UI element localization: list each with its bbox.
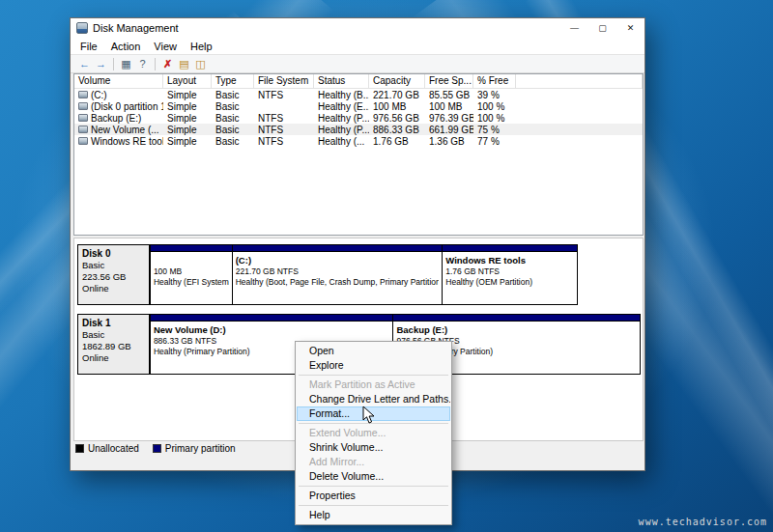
disk0-row: Disk 0 Basic 223.56 GB Online 100 MB Hea… [77,244,578,305]
menu-item-add-mirror: Add Mirror... [297,455,450,469]
table-cell: 77 % [473,136,516,147]
column-header-status[interactable]: Status [314,74,369,88]
table-cell: (C:) [91,90,107,100]
table-cell: Basic [212,125,254,135]
table-cell: 661.99 GB [425,125,473,135]
mouse-cursor-icon [362,406,376,425]
menu-separator [299,486,448,487]
table-cell: Simple [163,125,212,135]
table-cell: 100 % [473,101,516,112]
table-cell: Basic [212,113,254,124]
volume-list: Volume Layout Type File System Status Ca… [73,73,644,236]
column-header-layout[interactable]: Layout [163,74,212,88]
column-header-volume[interactable]: Volume [74,74,163,88]
partition-name: Backup (E:) [396,324,637,335]
disk-size: 1862.89 GB [82,341,145,351]
close-button[interactable]: ✕ [616,18,644,38]
menu-bar: File Action View Help [71,38,644,54]
help-icon[interactable]: ? [134,57,151,71]
partition-status: Healthy (EFI System [154,277,229,287]
legend: Unallocated Primary partition [75,443,236,454]
back-icon[interactable]: ← [76,57,93,71]
column-header-filesystem[interactable]: File System [254,74,314,88]
partition-size: 221.70 GB NTFS [236,266,440,276]
drive-icon [78,91,88,98]
menu-separator [299,505,448,506]
primary-partition-swatch-icon [153,444,161,453]
maximize-button[interactable]: ▢ [588,18,616,38]
table-cell: NTFS [254,136,314,147]
table-cell: Simple [163,90,212,100]
column-header-capacity[interactable]: Capacity [369,74,425,88]
partition-windows-re[interactable]: Windows RE tools 1.76 GB NTFS Healthy (O… [442,245,577,304]
table-cell: Healthy (P... [314,113,369,124]
minimize-button[interactable]: — [560,18,588,38]
table-cell: NTFS [254,125,314,135]
partition-name: (C:) [236,255,440,266]
partition-efi[interactable]: 100 MB Healthy (EFI System [150,245,232,304]
partition-c[interactable]: (C:) 221.70 GB NTFS Healthy (Boot, Page … [232,245,443,304]
column-header-pctfree[interactable]: % Free [473,74,516,88]
menu-item-change-drive-letter[interactable]: Change Drive Letter and Paths... [297,392,450,406]
table-cell: (Disk 0 partition 1) [91,101,163,112]
menu-view[interactable]: View [147,41,184,52]
legend-label: Primary partition [165,443,236,454]
menu-file[interactable]: File [73,41,104,52]
partition-size: 1.76 GB NTFS [445,266,574,276]
menu-item-help[interactable]: Help [297,508,450,522]
partition-name: Windows RE tools [445,255,574,266]
table-cell: 886.33 GB [369,125,425,135]
window-controls: — ▢ ✕ [560,18,644,38]
disk-name: Disk 1 [82,318,145,328]
properties-icon[interactable]: ▤ [176,57,192,71]
table-cell: Basic [212,90,254,100]
site-watermark: www.techadvisor.com [639,517,767,527]
rescan-disks-icon[interactable]: ◫ [192,57,209,71]
menu-item-properties[interactable]: Properties [297,489,450,503]
menu-item-delete-volume[interactable]: Delete Volume... [297,469,450,484]
menu-item-open[interactable]: Open [297,344,450,358]
table-cell: 221.70 GB [369,90,425,100]
legend-unallocated: Unallocated [75,443,139,454]
window-title: Disk Management [93,22,179,34]
menu-action[interactable]: Action [104,41,148,52]
table-row[interactable]: Backup (E:) Simple Basic NTFS Healthy (P… [74,112,643,124]
console-tree-icon[interactable]: ▦ [118,57,134,71]
table-cell: Windows RE tools [91,136,163,147]
drive-icon [78,102,88,110]
table-cell: NTFS [254,90,314,100]
menu-item-shrink-volume[interactable]: Shrink Volume... [297,440,450,455]
table-cell: Simple [163,113,212,124]
menu-help[interactable]: Help [184,41,219,52]
table-cell: 976.56 GB [369,113,425,124]
forward-icon[interactable]: → [93,57,109,71]
app-icon [76,22,88,34]
disk0-label[interactable]: Disk 0 Basic 223.56 GB Online [78,245,150,304]
toolbar-separator [113,58,114,70]
table-cell: New Volume (... [91,125,159,135]
table-cell: Healthy (... [314,136,369,147]
table-cell: Simple [163,101,212,112]
table-row-selected[interactable]: New Volume (... Simple Basic NTFS Health… [74,124,643,135]
table-cell: 1.76 GB [369,136,425,147]
disk-size: 223.56 GB [82,271,145,282]
delete-volume-icon[interactable]: ✗ [159,57,176,71]
disk1-label[interactable]: Disk 1 Basic 1862.89 GB Online [78,315,150,374]
table-cell: 1.36 GB [425,136,473,147]
table-cell: Healthy (E... [314,101,369,112]
table-cell: 75 % [473,125,516,135]
table-row[interactable]: Windows RE tools Simple Basic NTFS Healt… [74,135,643,147]
table-row[interactable]: (Disk 0 partition 1) Simple Basic Health… [74,100,643,112]
title-bar[interactable]: Disk Management — ▢ ✕ [71,18,644,38]
partition-status: Healthy (OEM Partition) [445,277,574,287]
menu-item-explore[interactable]: Explore [297,358,450,373]
partition-status: Healthy (Boot, Page File, Crash Dump, Pr… [236,277,440,287]
table-row[interactable]: (C:) Simple Basic NTFS Healthy (B... 221… [74,89,643,100]
table-cell: Basic [212,101,254,112]
column-header-type[interactable]: Type [212,74,254,88]
table-cell: Healthy (P... [314,125,369,135]
column-header-freespace[interactable]: Free Sp... [425,74,473,88]
partition-name: New Volume (D:) [154,324,390,335]
unallocated-swatch-icon [75,444,84,453]
volume-list-header: Volume Layout Type File System Status Ca… [74,74,643,89]
